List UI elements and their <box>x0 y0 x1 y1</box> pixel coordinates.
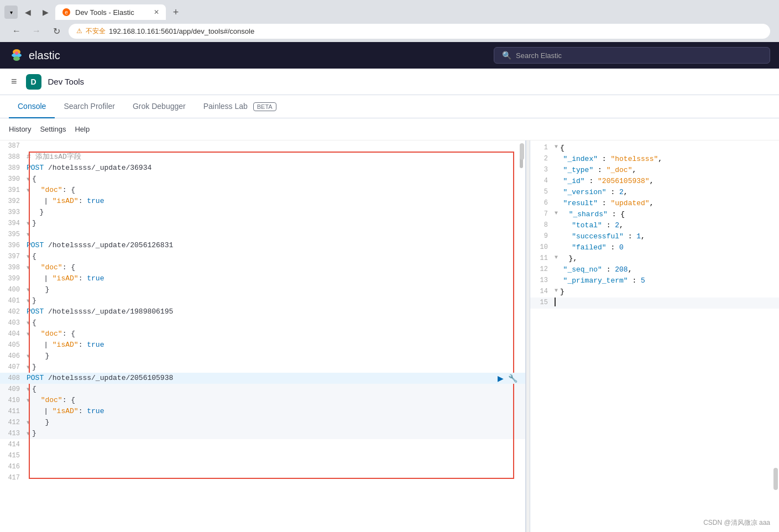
new-tab-button[interactable]: + <box>168 4 184 20</box>
svg-point-5 <box>13 56 20 61</box>
history-button[interactable]: History <box>9 123 31 135</box>
output-fold-14[interactable]: ▼ <box>555 286 558 298</box>
output-line-6: 6 "result" : "updated", <box>530 198 779 209</box>
browser-addressbar: ← → ↻ ⚠ 不安全 192.168.10.161:5601/app/dev_… <box>4 20 775 42</box>
editor-line-414: 414 <box>0 439 525 450</box>
fold-arrow-409[interactable]: ▼ <box>27 385 30 394</box>
forward-nav-button[interactable]: → <box>29 23 44 39</box>
output-line-10: 10 "failed" : 0 <box>530 242 779 253</box>
hamburger-menu-button[interactable]: ≡ <box>9 74 19 90</box>
editor-content[interactable]: 387 388 # 添加isAD字段 389 POST /hotelssss/_… <box>0 140 525 532</box>
fold-arrow-413[interactable]: ▼ <box>27 430 30 438</box>
main-content: 387 388 # 添加isAD字段 389 POST /hotelssss/_… <box>0 140 779 532</box>
back-nav-button[interactable]: ← <box>9 23 24 39</box>
browser-tabs: ▾ ◀ ▶ e Dev Tools - Elastic ✕ + <box>4 4 775 20</box>
url-warning-text: 不安全 <box>86 27 106 36</box>
global-search-bar[interactable]: 🔍 Search Elastic <box>494 47 770 64</box>
output-line-2: 2 "_index" : "hotelssss", <box>530 154 779 165</box>
editor-line-415: 415 <box>0 450 525 461</box>
elastic-logo-text: elastic <box>29 49 60 62</box>
elastic-logo[interactable]: elastic <box>9 48 60 63</box>
output-line-14: 14 ▼ } <box>530 286 779 298</box>
pane-resizer[interactable]: ⋮⋮ <box>526 140 530 532</box>
editor-pane[interactable]: 387 388 # 添加isAD字段 389 POST /hotelssss/_… <box>0 140 526 532</box>
fold-arrow-390[interactable]: ▼ <box>27 175 30 184</box>
editor-line-396: 396 POST /hotelssss/_update/2056126831 <box>0 240 525 251</box>
fold-arrow-406[interactable]: ▼ <box>27 352 30 361</box>
tab-favicon: e <box>62 8 71 17</box>
reload-button[interactable]: ↻ <box>49 23 64 39</box>
svg-text:e: e <box>65 9 68 15</box>
run-button[interactable]: ▶ <box>496 373 505 384</box>
editor-line-390: 390 ▼ { <box>0 174 525 185</box>
sub-toolbar: History Settings Help <box>0 118 779 140</box>
editor-line-411: 411 | "isAD": true <box>0 406 525 417</box>
copy-as-curl-button[interactable]: 🔧 <box>507 373 519 384</box>
browser-chrome: ▾ ◀ ▶ e Dev Tools - Elastic ✕ + ← → ↻ ⚠ … <box>0 0 779 42</box>
editor-scrollbar-thumb[interactable] <box>520 143 524 160</box>
editor-line-397: 397 ▼ { <box>0 251 525 262</box>
output-pane: 1 ▼ { 2 "_index" : "hotelssss", 3 "_type… <box>530 140 779 532</box>
output-fold-7[interactable]: ▼ <box>555 209 558 220</box>
editor-line-389: 389 POST /hotelssss/_update/36934 <box>0 163 525 174</box>
security-warning-icon: ⚠ <box>76 27 82 35</box>
page-title: Dev Tools <box>48 77 85 86</box>
editor-line-407: 407 ▼ } <box>0 362 525 373</box>
editor-line-387: 387 <box>0 140 525 152</box>
settings-button[interactable]: Settings <box>40 123 66 135</box>
fold-arrow-404[interactable]: ▼ <box>27 330 30 338</box>
forward-button[interactable]: ▶ <box>38 4 53 20</box>
address-bar[interactable]: ⚠ 不安全 192.168.10.161:5601/app/dev_tools#… <box>69 24 770 39</box>
fold-arrow-401[interactable]: ▼ <box>27 297 30 305</box>
tab-console[interactable]: Console <box>9 95 55 118</box>
output-line-9: 9 "successful" : 1, <box>530 231 779 242</box>
dev-tabs: Console Search Profiler Grok Debugger Pa… <box>0 95 779 118</box>
watermark: CSDN @清风微凉 aaa <box>703 518 770 528</box>
output-fold-11[interactable]: ▼ <box>555 253 558 264</box>
back-button[interactable]: ◀ <box>20 4 35 20</box>
output-line-11: 11 ▼ }, <box>530 253 779 264</box>
help-button[interactable]: Help <box>75 123 90 135</box>
editor-line-402: 402 POST /hotelssss/_update/1989806195 <box>0 306 525 317</box>
output-fold-1[interactable]: ▼ <box>555 143 558 154</box>
editor-line-398: 398 ▼ "doc": { <box>0 262 525 273</box>
output-line-5: 5 "_version" : 2, <box>530 187 779 198</box>
editor-line-408[interactable]: 408 POST /hotelssss/_update/2056105938 ▶… <box>0 373 525 384</box>
fold-arrow-407[interactable]: ▼ <box>27 363 30 372</box>
editor-line-410: 410 ▼ "doc": { <box>0 395 525 406</box>
search-placeholder: Search Elastic <box>516 51 562 60</box>
editor-line-403: 403 ▼ { <box>0 317 525 328</box>
fold-arrow-395[interactable]: ▼ <box>27 231 30 239</box>
beta-badge: BETA <box>253 102 276 111</box>
editor-line-395: 395 ▼ <box>0 229 525 240</box>
fold-arrow-400[interactable]: ▼ <box>27 286 30 294</box>
fold-arrow-394[interactable]: ▼ <box>27 220 30 228</box>
output-line-3: 3 "_type" : "_doc", <box>530 165 779 176</box>
output-line-12: 12 "_seq_no" : 208, <box>530 264 779 275</box>
url-text: 192.168.10.161:5601/app/dev_tools#/conso… <box>109 27 254 35</box>
tab-painless-lab[interactable]: Painless Lab BETA <box>195 95 285 118</box>
tab-title: Dev Tools - Elastic <box>75 8 134 17</box>
app-icon: D <box>26 74 41 90</box>
output-line-7: 7 ▼ "_shards" : { <box>530 209 779 220</box>
fold-arrow-398[interactable]: ▼ <box>27 264 30 272</box>
tab-dropdown[interactable]: ▾ <box>4 6 18 19</box>
tab-search-profiler[interactable]: Search Profiler <box>55 95 124 118</box>
editor-line-388: 388 # 添加isAD字段 <box>0 152 525 163</box>
fold-arrow-410[interactable]: ▼ <box>27 397 30 405</box>
fold-arrow-403[interactable]: ▼ <box>27 319 30 327</box>
fold-arrow-391[interactable]: ▼ <box>27 186 30 195</box>
fold-arrow-412[interactable]: ▼ <box>27 419 30 427</box>
tab-close-button[interactable]: ✕ <box>154 8 159 16</box>
editor-line-399: 399 | "isAD": true <box>0 273 525 284</box>
tab-grok-debugger[interactable]: Grok Debugger <box>124 95 195 118</box>
editor-line-406: 406 ▼ } <box>0 351 525 362</box>
editor-line-401: 401 ▼ } <box>0 295 525 306</box>
output-scrollbar-thumb[interactable] <box>773 468 778 490</box>
editor-line-409: 409 ▼ { <box>0 384 525 395</box>
editor-line-413: 413 ▼ } <box>0 428 525 439</box>
output-content[interactable]: 1 ▼ { 2 "_index" : "hotelssss", 3 "_type… <box>530 140 779 532</box>
fold-arrow-397[interactable]: ▼ <box>27 253 30 261</box>
line-actions-408: ▶ 🔧 <box>496 373 523 384</box>
active-browser-tab[interactable]: e Dev Tools - Elastic ✕ <box>55 4 166 20</box>
